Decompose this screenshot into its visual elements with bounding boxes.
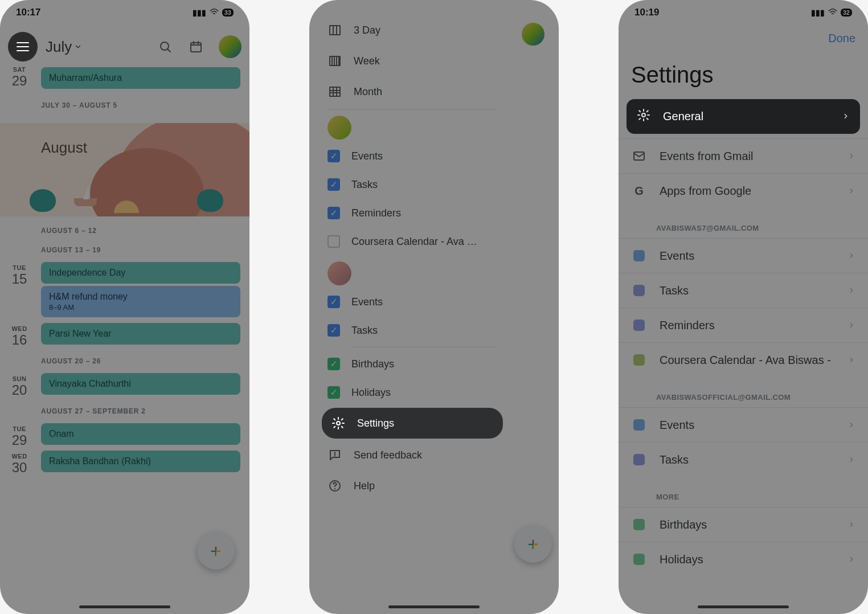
drawer-item-label: Events <box>351 150 383 162</box>
drawer-help[interactable]: Help <box>316 470 509 501</box>
view-option-week[interactable]: Week <box>316 46 509 76</box>
page-title: Settings <box>619 45 868 99</box>
settings-row-b-tasks[interactable]: Tasks <box>619 442 868 477</box>
svg-point-7 <box>642 113 645 117</box>
drawer-item-label: Week <box>354 55 380 67</box>
settings-row-general[interactable]: General <box>627 99 860 134</box>
chevron-right-icon <box>847 419 855 432</box>
checkbox-checked-icon: ✓ <box>327 386 340 399</box>
done-button[interactable]: Done <box>828 32 855 45</box>
row-label: Apps from Google <box>660 185 751 198</box>
home-indicator <box>79 605 170 608</box>
svg-rect-1 <box>191 43 201 52</box>
calendar-color-icon <box>633 554 645 565</box>
view-option-3day[interactable]: 3 Day <box>316 15 509 46</box>
event-pill[interactable]: Onam <box>41 423 240 445</box>
calendar-toggle-coursera[interactable]: Coursera Calendar - Ava Biswas -… <box>316 227 509 256</box>
event-pill[interactable]: Muharram/Ashura <box>41 67 240 89</box>
home-indicator <box>698 605 789 608</box>
chevron-right-icon <box>847 518 855 531</box>
drawer-item-label: Settings <box>357 417 394 429</box>
settings-row-a-coursera[interactable]: Coursera Calendar - Ava Biswas - <box>619 342 868 377</box>
calendar-color-icon <box>633 454 645 465</box>
event-pill[interactable]: H&M refund money 8–9 AM <box>41 286 240 317</box>
calendar-toggle-reminders[interactable]: ✓ Reminders <box>316 199 509 227</box>
gear-icon <box>331 416 346 431</box>
status-bar: 10:17 ▮▮▮ 33 <box>0 0 249 23</box>
day-label: TUE29 <box>3 425 35 448</box>
month-label: July <box>46 38 72 56</box>
settings-row-apps-google[interactable]: G Apps from Google <box>619 173 868 208</box>
settings-row-events-gmail[interactable]: Events from Gmail <box>619 138 868 173</box>
calendar-header: July <box>0 23 249 65</box>
chevron-right-icon <box>847 185 855 198</box>
status-time: 10:17 <box>16 7 40 18</box>
checkbox-checked-icon: ✓ <box>327 150 340 162</box>
settings-row-a-events[interactable]: Events <box>619 238 868 273</box>
drawer-item-label: Tasks <box>351 179 378 191</box>
signal-icon: ▮▮▮ <box>193 8 206 17</box>
account-avatar <box>522 23 544 46</box>
create-event-fab[interactable]: + <box>197 532 235 570</box>
section-header: AVABISWAS7@GMAIL.COM <box>619 208 868 238</box>
plus-icon: + <box>210 540 222 562</box>
checkbox-checked-icon: ✓ <box>327 296 340 308</box>
calendar-toggle-tasks-2[interactable]: ✓ Tasks <box>316 316 509 345</box>
drawer-settings[interactable]: Settings <box>322 408 503 439</box>
settings-row-a-reminders[interactable]: Reminders <box>619 308 868 342</box>
status-bar: 10:19 ▮▮▮ 32 <box>619 0 868 23</box>
settings-row-m-birthdays[interactable]: Birthdays <box>619 507 868 542</box>
chevron-right-icon <box>842 110 850 123</box>
account-avatar[interactable] <box>219 35 241 58</box>
calendar-color-icon <box>633 250 645 261</box>
chevron-right-icon <box>847 150 855 163</box>
row-label: Events <box>660 249 694 263</box>
event-time: 8–9 AM <box>49 303 232 312</box>
agenda-list[interactable]: SAT 29 Muharram/Ashura JULY 30 – AUGUST … <box>0 67 249 472</box>
battery-level: 33 <box>222 9 234 17</box>
menu-button[interactable] <box>8 32 38 62</box>
chevron-right-icon <box>847 249 855 263</box>
account2-avatar[interactable] <box>327 261 351 285</box>
row-label: Holidays <box>660 553 703 566</box>
calendar-toggle-events[interactable]: ✓ Events <box>316 142 509 170</box>
month-picker[interactable]: July <box>46 38 82 56</box>
calendar-toggle-holidays[interactable]: ✓ Holidays <box>316 378 509 407</box>
svg-rect-4 <box>330 87 340 96</box>
today-button[interactable] <box>188 39 204 55</box>
drawer-item-label: Tasks <box>351 325 378 337</box>
chevron-right-icon <box>847 284 855 297</box>
event-pill[interactable]: Parsi New Year <box>41 323 240 345</box>
svg-point-5 <box>337 421 340 425</box>
row-label: Events <box>660 419 694 432</box>
month-icon <box>327 84 342 99</box>
wifi-icon <box>828 8 837 17</box>
search-button[interactable] <box>157 39 173 55</box>
drawer-feedback[interactable]: Send feedback <box>316 440 509 470</box>
event-pill[interactable]: Independence Day <box>41 262 240 284</box>
drawer-item-label: Events <box>351 296 383 308</box>
navigation-drawer[interactable]: 3 Day Week Month ✓ Events ✓ Tasks ✓ Remi… <box>316 7 509 607</box>
svg-rect-2 <box>330 26 340 35</box>
settings-row-m-holidays[interactable]: Holidays <box>619 542 868 576</box>
google-icon: G <box>631 183 647 199</box>
event-pill[interactable]: Vinayaka Chathurthi <box>41 373 240 395</box>
event-pill[interactable]: Raksha Bandhan (Rakhi) <box>41 451 240 472</box>
drawer-item-label: Help <box>354 480 375 492</box>
settings-row-b-events[interactable]: Events <box>619 407 868 442</box>
calendar-toggle-events-2[interactable]: ✓ Events <box>316 288 509 316</box>
settings-row-a-tasks[interactable]: Tasks <box>619 273 868 308</box>
account1-avatar[interactable] <box>327 116 351 140</box>
day-label: WED30 <box>3 453 35 476</box>
view-option-month[interactable]: Month <box>316 76 509 107</box>
calendar-toggle-birthdays[interactable]: ✓ Birthdays <box>316 350 509 378</box>
calendar-toggle-tasks[interactable]: ✓ Tasks <box>316 170 509 199</box>
drawer-item-label: Coursera Calendar - Ava Biswas -… <box>351 236 482 248</box>
row-label: Tasks <box>660 453 689 466</box>
calendar-color-icon <box>633 320 645 331</box>
day-label: SUN20 <box>3 375 35 398</box>
checkbox-checked-icon: ✓ <box>327 324 340 337</box>
week-header: AUGUST 6 – 12 <box>0 216 249 240</box>
drawer-item-label: 3 Day <box>354 24 380 36</box>
chevron-right-icon <box>847 319 855 332</box>
